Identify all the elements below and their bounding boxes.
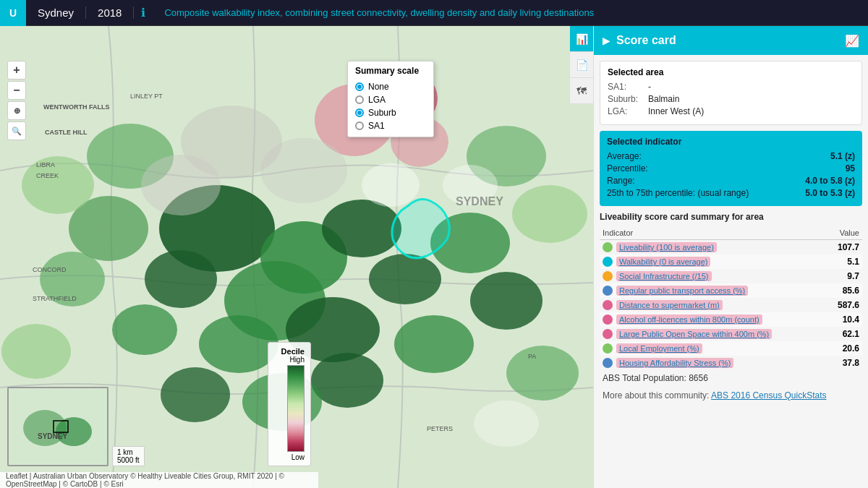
summary-scale-dropdown[interactable]: Summary scale None LGA Suburb SA1: [347, 61, 434, 137]
average-row: Average: 5.1 (z): [607, 151, 855, 161]
range-value: 4.0 to 5.8 (z): [805, 176, 855, 186]
indicator-name-cell: Large Public Open Space within 400m (%): [600, 327, 827, 341]
map-area[interactable]: SYDNEY WENTWORTH FALLS LINLEY PT CASTLE …: [0, 26, 593, 488]
average-label: Average:: [607, 151, 642, 161]
range-row: Range: 4.0 to 5.8 (z): [607, 176, 855, 186]
quickstats-link[interactable]: ABS 2016 Census QuickStats: [711, 390, 826, 401]
indicator-link[interactable]: Housing Affordability Stress (%): [616, 358, 733, 368]
indicator-dot: [603, 286, 613, 296]
indicator-dot: [603, 271, 613, 281]
svg-point-8: [369, 254, 441, 304]
svg-point-15: [470, 272, 542, 330]
scorecard-tab-icon[interactable]: 📊: [570, 26, 593, 52]
map-tab-icon[interactable]: 🗺: [570, 78, 593, 104]
svg-point-11: [311, 353, 383, 408]
chart-icon[interactable]: 📈: [845, 34, 859, 48]
table-row: Alcohol off-licences within 800m (count)…: [600, 312, 862, 327]
indicator-name-cell: Liveability (100 is average): [600, 240, 827, 255]
svg-point-10: [112, 304, 177, 355]
table-row: Walkability (0 is average) 5.1: [600, 254, 862, 269]
selected-indicator-section: Selected indicator Average: 5.1 (z) Perc…: [600, 131, 862, 206]
right-panel: ▶ Score card 📈 Selected area SA1: - Subu…: [593, 26, 868, 488]
indicator-link[interactable]: Local Employment (%): [616, 343, 702, 354]
indicator-dot: [603, 358, 613, 368]
table-row: Housing Affordability Stress (%) 37.8: [600, 356, 862, 370]
indicator-value: 10.4: [827, 312, 862, 327]
legend-low: Low: [274, 453, 305, 461]
svg-text:LIBRA: LIBRA: [36, 161, 55, 168]
indicator-dot: [603, 242, 613, 252]
zoom-in-button[interactable]: +: [7, 61, 26, 80]
suburb-row: Suburb: Balmain: [608, 94, 854, 104]
sa1-row: SA1: -: [608, 82, 854, 92]
legend-color-bar: [287, 365, 305, 452]
lga-row: LGA: Inner West (A): [608, 106, 854, 116]
locate-button[interactable]: ⊕: [7, 101, 26, 120]
city-selector[interactable]: Sydney: [26, 7, 86, 19]
table-row: Local Employment (%) 20.6: [600, 341, 862, 356]
app-header: U Sydney 2018 ℹ Composite walkability in…: [0, 0, 868, 26]
svg-point-30: [362, 163, 420, 207]
table-row: Social Infrastructure (/15) 9.7: [600, 269, 862, 283]
legend-title: Decile: [274, 347, 305, 356]
table-row: Distance to supermarket (m) 587.6: [600, 298, 862, 312]
svg-point-9: [394, 315, 474, 373]
document-tab-icon[interactable]: 📄: [570, 52, 593, 78]
svg-point-32: [474, 401, 539, 447]
svg-text:WENTWORTH FALLS: WENTWORTH FALLS: [43, 103, 110, 111]
search-button[interactable]: 🔍: [7, 121, 26, 140]
play-icon: ▶: [603, 35, 610, 46]
indicator-link[interactable]: Distance to supermarket (m): [616, 300, 723, 310]
indicator-dot: [603, 314, 613, 325]
table-row: Regular public transport access (%) 85.6: [600, 283, 862, 298]
liveability-title: Liveability score card summary for area: [600, 212, 862, 222]
overview-svg: SYDNEY: [9, 388, 109, 466]
summary-scale-suburb[interactable]: Suburb: [355, 106, 426, 119]
map-zoom-controls: + − ⊕ 🔍: [7, 61, 26, 140]
lga-label: LGA:: [608, 106, 644, 116]
svg-point-20: [506, 346, 579, 401]
summary-scale-sa1[interactable]: SA1: [355, 119, 426, 132]
svg-text:PETERS: PETERS: [427, 425, 453, 432]
summary-scale-none[interactable]: None: [355, 80, 426, 93]
summary-scale-lga[interactable]: LGA: [355, 93, 426, 106]
indicator-value: 587.6: [827, 298, 862, 312]
map-subtitle: Composite walkability index, combining s…: [153, 7, 868, 18]
indicator-link[interactable]: Liveability (100 is average): [616, 242, 717, 252]
svg-point-28: [260, 138, 347, 203]
table-row: Liveability (100 is average) 107.7: [600, 240, 862, 255]
map-scale: 1 km 5000 ft: [112, 446, 145, 466]
indicator-value: 5.1: [827, 254, 862, 269]
selected-indicator-title: Selected indicator: [607, 137, 855, 147]
indicator-name-cell: Alcohol off-licences within 800m (count): [600, 312, 827, 327]
svg-point-22: [512, 185, 587, 243]
year-selector[interactable]: 2018: [86, 7, 134, 19]
indicator-value: 9.7: [827, 269, 862, 283]
lga-value: Inner West (A): [648, 106, 704, 116]
indicator-dot: [603, 300, 613, 310]
info-icon[interactable]: ℹ: [134, 6, 153, 20]
map-overview: SYDNEY: [7, 387, 109, 466]
svg-text:CREEK: CREEK: [36, 172, 59, 179]
average-value: 5.1 (z): [830, 151, 855, 161]
indicator-name-cell: Regular public transport access (%): [600, 283, 827, 298]
percentile-row: Percentile: 95: [607, 163, 855, 174]
map-attribution: Leaflet | Australian Urban Observatory ©…: [0, 472, 318, 488]
usual-range-label: 25th to 75th percentile: (usual range): [607, 188, 749, 198]
liveability-table: Indicator Value Liveability (100 is aver…: [600, 226, 862, 370]
selected-area-section: Selected area SA1: - Suburb: Balmain LGA…: [600, 61, 862, 125]
svg-text:STRATHFIELD: STRATHFIELD: [33, 295, 77, 302]
indicator-link[interactable]: Social Infrastructure (/15): [616, 271, 712, 281]
table-row: Large Public Open Space within 400m (%) …: [600, 327, 862, 341]
indicator-name-cell: Local Employment (%): [600, 341, 827, 356]
indicator-link[interactable]: Alcohol off-licences within 800m (count): [616, 314, 762, 325]
svg-point-47: [56, 417, 92, 446]
zoom-out-button[interactable]: −: [7, 81, 26, 100]
svg-text:SYDNEY: SYDNEY: [456, 195, 503, 207]
usual-range-value: 5.0 to 5.3 (z): [805, 188, 855, 198]
indicator-link[interactable]: Large Public Open Space within 400m (%): [616, 329, 772, 339]
indicator-link[interactable]: Regular public transport access (%): [616, 286, 748, 296]
indicator-value: 85.6: [827, 283, 862, 298]
indicator-link[interactable]: Walkability (0 is average): [616, 257, 710, 267]
summary-scale-title: Summary scale: [355, 66, 426, 76]
